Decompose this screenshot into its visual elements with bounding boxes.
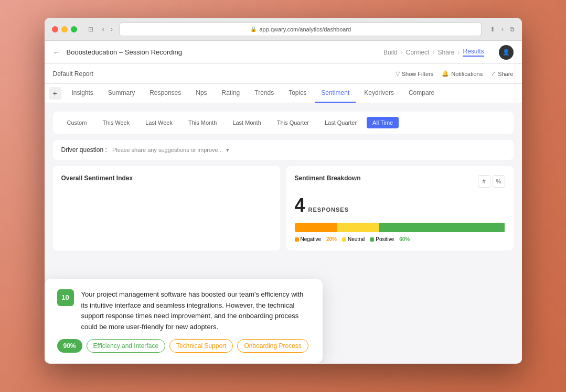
tab-keydrivers[interactable]: Keydrivers: [358, 84, 400, 103]
filter-all-time[interactable]: All Time: [367, 117, 399, 128]
neutral-bar: [337, 223, 379, 232]
separator-1: ›: [401, 49, 403, 56]
separator-2: ›: [432, 49, 434, 56]
responses-count: 4: [295, 194, 305, 216]
browser-actions: ⬆ + ⧉: [490, 26, 514, 33]
responses-label: RESPONSES: [308, 206, 349, 213]
breadcrumb: Build › Connect › Share › Results: [383, 48, 484, 57]
sentiment-breakdown-title: Sentiment Breakdown: [295, 175, 361, 182]
sentiment-card-header: Sentiment Breakdown # %: [295, 175, 505, 188]
browser-chrome: ⊡ ‹ › 🔒 app.qwary.com/analytics/dashboar…: [45, 18, 522, 41]
avatar: 👤: [499, 45, 514, 60]
share-button[interactable]: ⤤ Share: [491, 70, 513, 77]
driver-question-row: Driver question : Please share any sugge…: [53, 140, 514, 160]
filter-last-week[interactable]: Last Week: [140, 117, 178, 128]
tab-compare[interactable]: Compare: [402, 84, 441, 103]
windows-icon[interactable]: ⧉: [510, 26, 515, 33]
back-arrow-icon[interactable]: ←: [53, 48, 60, 57]
sentiment-toggle: # %: [478, 175, 505, 188]
close-button[interactable]: [52, 26, 58, 32]
tab-topics[interactable]: Topics: [282, 84, 313, 103]
nav-tabs: Insights Summary Responses Nps Rating Tr…: [66, 84, 441, 103]
positive-dot: [370, 237, 374, 242]
cards-row: Overall Sentiment Index Sentiment Breakd…: [53, 166, 514, 251]
negative-pct-text: 20%: [326, 236, 337, 242]
back-arrow[interactable]: ‹: [100, 24, 106, 34]
breadcrumb-connect[interactable]: Connect: [406, 49, 430, 56]
separator-3: ›: [457, 49, 460, 56]
neutral-text: Neutral: [348, 236, 365, 242]
nav-arrows: ‹ ›: [100, 24, 115, 34]
tab-icon: ⊡: [86, 24, 96, 35]
progress-bar: [295, 223, 505, 232]
filter-this-quarter[interactable]: This Quarter: [271, 117, 315, 128]
tab-summary[interactable]: Summary: [102, 84, 141, 103]
share-icon: ⤤: [491, 70, 496, 77]
popup-tag-support[interactable]: Technical Support: [169, 339, 233, 353]
popup-tag-efficiency[interactable]: Efficiency and Interface: [87, 339, 166, 353]
url-text: app.qwary.com/analytics/dashboard: [260, 26, 351, 32]
tab-trends[interactable]: Trends: [248, 84, 280, 103]
tab-insights[interactable]: Insights: [66, 84, 100, 103]
responses-row: 4 RESPONSES: [295, 194, 505, 216]
notifications-label: Notifications: [451, 71, 483, 77]
overall-sentiment-title: Overall Sentiment Index: [61, 175, 272, 182]
tab-responses[interactable]: Responses: [143, 84, 187, 103]
breadcrumb-results[interactable]: Results: [463, 48, 484, 57]
minimize-button[interactable]: [61, 26, 68, 32]
popup-tags: 90% Efficiency and Interface Technical S…: [57, 339, 310, 353]
positive-pct-label: 60%: [399, 236, 410, 242]
negative-bar: [295, 223, 337, 232]
sentiment-breakdown-card: Sentiment Breakdown # % 4 RESPONSES: [286, 166, 514, 251]
chevron-down-icon: ▾: [226, 147, 229, 154]
neutral-label: Neutral: [342, 236, 365, 242]
notifications-button[interactable]: 🔔 Notifications: [442, 70, 483, 77]
app-title: Booosteducation – Session Recording: [67, 48, 182, 56]
app-header: ← Booosteducation – Session Recording Bu…: [45, 41, 522, 64]
popup-score: 90%: [57, 339, 82, 353]
forward-arrow[interactable]: ›: [109, 24, 115, 34]
pb-labels: Negative 20% Neutral Positive 60%: [295, 236, 505, 242]
negative-dot: [295, 237, 299, 242]
maximize-button[interactable]: [71, 26, 77, 32]
share-icon[interactable]: ⬆: [490, 26, 495, 33]
filter-last-month[interactable]: Last Month: [227, 117, 266, 128]
nav-tabs-bar: + Insights Summary Responses Nps Rating …: [45, 84, 522, 103]
report-header: Default Report ▽ Show Filters 🔔 Notifica…: [45, 64, 522, 84]
percent-toggle-btn[interactable]: %: [493, 175, 505, 188]
filter-this-week[interactable]: This Week: [97, 117, 135, 128]
popup-tag-onboarding[interactable]: Onboarding Process: [237, 339, 308, 353]
positive-text: Positive: [376, 236, 394, 242]
driver-question-label: Driver question :: [61, 146, 107, 154]
add-tab-button[interactable]: +: [49, 87, 61, 100]
url-bar[interactable]: 🔒 app.qwary.com/analytics/dashboard: [119, 23, 482, 36]
breadcrumb-build[interactable]: Build: [383, 49, 398, 56]
neutral-dot: [342, 237, 346, 242]
tab-nps[interactable]: Nps: [189, 84, 213, 103]
filter-custom[interactable]: Custom: [61, 117, 93, 128]
popup-text: Your project management software has boo…: [81, 289, 310, 333]
tab-sentiment[interactable]: Sentiment: [315, 84, 356, 103]
report-title: Default Report: [53, 70, 93, 78]
date-filter-bar: Custom This Week Last Week This Month La…: [53, 112, 514, 134]
breadcrumb-share[interactable]: Share: [437, 49, 454, 56]
bell-icon: 🔔: [442, 70, 449, 77]
overall-sentiment-card: Overall Sentiment Index: [53, 166, 280, 251]
filter-last-quarter[interactable]: Last Quarter: [319, 117, 362, 128]
positive-pct-text: 60%: [399, 236, 410, 242]
hash-toggle-btn[interactable]: #: [478, 175, 490, 188]
popup-number: 10: [57, 289, 74, 306]
show-filters-label: Show Filters: [402, 71, 434, 77]
traffic-lights: [52, 26, 77, 32]
show-filters-button[interactable]: ▽ Show Filters: [396, 70, 434, 77]
negative-pct-label: 20%: [326, 236, 337, 242]
negative-label: Negative: [295, 236, 321, 242]
main-content: Custom This Week Last Week This Month La…: [45, 103, 522, 363]
filter-this-month[interactable]: This Month: [183, 117, 222, 128]
driver-question-select[interactable]: Please share any suggestions or improve.…: [112, 147, 229, 154]
browser-window: ⊡ ‹ › 🔒 app.qwary.com/analytics/dashboar…: [45, 18, 522, 364]
lock-icon: 🔒: [250, 26, 257, 32]
add-tab-icon[interactable]: +: [500, 26, 504, 33]
filter-icon: ▽: [396, 70, 400, 77]
tab-rating[interactable]: Rating: [216, 84, 247, 103]
